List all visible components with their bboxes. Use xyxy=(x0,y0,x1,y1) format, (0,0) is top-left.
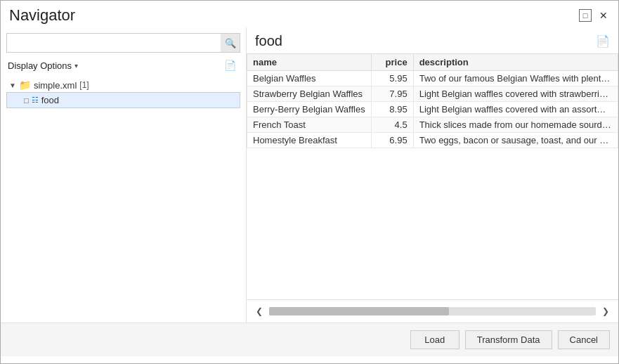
tree-root-label: simple.xml xyxy=(34,80,77,91)
cancel-button[interactable]: Cancel xyxy=(558,330,610,349)
main-layout: 🔍 Display Options ▾ 📄 ▼ 📁 simple.xml [1]… xyxy=(1,27,618,323)
left-panel: 🔍 Display Options ▾ 📄 ▼ 📁 simple.xml [1]… xyxy=(1,27,247,323)
col-header-price: price xyxy=(371,54,413,71)
chevron-down-icon: ▼ xyxy=(9,82,16,89)
folder-icon: 📁 xyxy=(19,79,31,91)
display-options-label: Display Options xyxy=(8,60,72,71)
table-row[interactable]: Strawberry Belgian Waffles7.95Light Belg… xyxy=(247,86,618,102)
scrollbar-area: ❮ ❯ xyxy=(247,299,618,323)
tree-area: ▼ 📁 simple.xml [1] □ ☷ food xyxy=(6,78,240,317)
table-row[interactable]: Homestyle Breakfast6.95Two eggs, bacon o… xyxy=(247,133,618,148)
cell-name: Strawberry Belgian Waffles xyxy=(247,86,372,102)
tree-root-item[interactable]: ▼ 📁 simple.xml [1] xyxy=(6,78,240,92)
preview-icon: 📄 xyxy=(224,60,236,71)
display-options-row: Display Options ▾ 📄 xyxy=(6,58,240,72)
table-row[interactable]: Berry-Berry Belgian Waffles8.95Light Bel… xyxy=(247,102,618,117)
tree-root-badge: [1] xyxy=(79,80,89,90)
data-table-wrap: name price description Belgian Waffles5.… xyxy=(247,53,618,299)
export-button[interactable]: 📄 xyxy=(596,34,610,48)
scroll-left-button[interactable]: ❮ xyxy=(252,304,266,318)
right-panel-title: food xyxy=(255,33,282,49)
window-title: Navigator xyxy=(9,6,75,25)
right-panel: food 📄 name price description Belgian Wa… xyxy=(247,27,618,323)
transform-data-button[interactable]: Transform Data xyxy=(465,330,552,349)
cell-price: 4.5 xyxy=(371,117,413,133)
data-table: name price description Belgian Waffles5.… xyxy=(247,53,618,148)
search-button[interactable]: 🔍 xyxy=(221,33,240,53)
cell-name: Homestyle Breakfast xyxy=(247,133,372,148)
load-preview-button[interactable]: 📄 xyxy=(221,58,239,72)
scrollbar-track[interactable] xyxy=(269,307,596,316)
cell-price: 7.95 xyxy=(371,86,413,102)
cell-description: Two of our famous Belgian Waffles with p… xyxy=(413,71,618,86)
table-row[interactable]: French Toast4.5Thick slices made from ou… xyxy=(247,117,618,133)
search-box: 🔍 xyxy=(6,33,240,53)
cell-description: Light Belgian waffles covered with straw… xyxy=(413,86,618,102)
cell-description: Two eggs, bacon or sausage, toast, and o… xyxy=(413,133,618,148)
cell-price: 8.95 xyxy=(371,102,413,117)
cell-name: Berry-Berry Belgian Waffles xyxy=(247,102,372,117)
cell-price: 5.95 xyxy=(371,71,413,86)
grid-icon: ☷ xyxy=(32,96,39,105)
cell-name: Belgian Waffles xyxy=(247,71,372,86)
export-icon: 📄 xyxy=(596,35,610,47)
search-icon: 🔍 xyxy=(225,38,236,48)
table-header-row: name price description xyxy=(247,54,618,71)
right-header: food 📄 xyxy=(247,27,618,53)
file-icon: □ xyxy=(24,96,29,105)
footer: Load Transform Data Cancel xyxy=(1,323,618,356)
display-options-button[interactable]: Display Options ▾ xyxy=(8,60,78,71)
tree-child-item[interactable]: □ ☷ food xyxy=(6,92,240,108)
display-options-arrow-icon: ▾ xyxy=(74,62,78,70)
col-header-description: description xyxy=(413,54,618,71)
cell-price: 6.95 xyxy=(371,133,413,148)
title-bar: Navigator □ ✕ xyxy=(1,1,618,27)
load-button[interactable]: Load xyxy=(410,330,460,349)
table-row[interactable]: Belgian Waffles5.95Two of our famous Bel… xyxy=(247,71,618,86)
minimize-button[interactable]: □ xyxy=(579,9,592,22)
cell-description: Light Belgian waffles covered with an as… xyxy=(413,102,618,117)
search-input[interactable] xyxy=(6,33,240,53)
tree-child-label: food xyxy=(41,95,59,105)
scrollbar-thumb[interactable] xyxy=(269,307,449,316)
close-button[interactable]: ✕ xyxy=(597,9,610,22)
scroll-right-button[interactable]: ❯ xyxy=(599,304,613,318)
window-controls: □ ✕ xyxy=(579,9,610,22)
cell-description: Thick slices made from our homemade sour… xyxy=(413,117,618,133)
col-header-name: name xyxy=(247,54,372,71)
cell-name: French Toast xyxy=(247,117,372,133)
